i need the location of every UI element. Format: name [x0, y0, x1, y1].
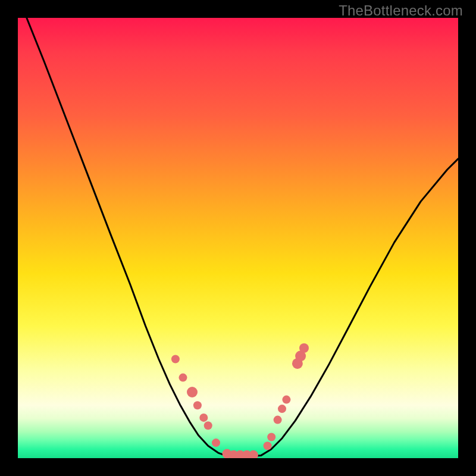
data-marker [249, 450, 258, 458]
data-marker [282, 396, 290, 404]
data-marker [187, 387, 198, 397]
data-marker [264, 441, 272, 450]
data-marker [299, 343, 309, 353]
data-marker [274, 416, 282, 424]
marker-group [171, 343, 309, 458]
data-marker [212, 439, 220, 447]
chart-stage: TheBottleneck.com [0, 0, 476, 476]
data-marker [267, 433, 275, 441]
plot-area [18, 18, 458, 458]
data-marker [171, 355, 180, 364]
data-marker [199, 414, 208, 422]
data-marker [204, 421, 212, 430]
data-marker [278, 405, 286, 413]
watermark-text: TheBottleneck.com [339, 2, 463, 19]
curve-layer [18, 18, 458, 458]
curve-group [27, 18, 458, 456]
bottleneck-curve [27, 18, 458, 456]
data-marker [179, 374, 187, 382]
data-marker [193, 401, 202, 409]
